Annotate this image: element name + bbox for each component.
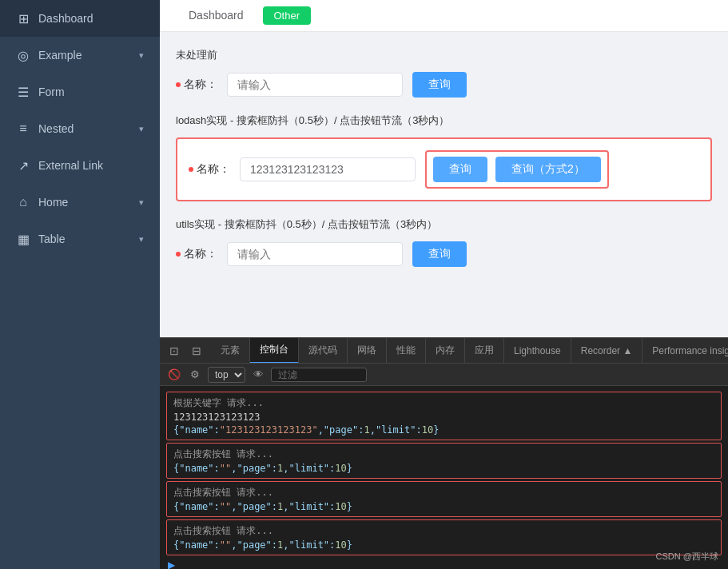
section1-title: 未处理前 bbox=[176, 48, 712, 62]
eye-icon[interactable]: 👁 bbox=[250, 368, 266, 380]
console-block-2: 点击搜索按钮 请求... {"name":"","page":1,"limit"… bbox=[166, 481, 722, 517]
section3-label: 名称： bbox=[176, 247, 217, 261]
sidebar-label-table: Table bbox=[38, 233, 65, 245]
sidebar-item-home[interactable]: ⌂ Home ▾ bbox=[0, 184, 160, 221]
section3-query-btn[interactable]: 查询 bbox=[412, 241, 467, 267]
devtools-panel: ⊡ ⊟ 元素 控制台 源代码 网络 性能 内 bbox=[160, 337, 728, 569]
required-dot-2 bbox=[189, 167, 193, 172]
section1-input[interactable] bbox=[227, 73, 403, 97]
devtools-tab-performance-insights[interactable]: Performance insights ▲ bbox=[642, 338, 728, 364]
chevron-down-icon-table: ▾ bbox=[139, 234, 144, 245]
table-icon: ▦ bbox=[16, 232, 30, 246]
section2-form-row: 名称： 查询 查询（方式2） bbox=[189, 150, 699, 189]
devtools-tab-performance[interactable]: 性能 bbox=[387, 338, 426, 364]
required-dot-3 bbox=[176, 252, 181, 257]
watermark: CSDN @西半球 bbox=[656, 551, 718, 563]
section-unprocessed: 未处理前 名称： 查询 bbox=[176, 48, 712, 97]
chevron-down-icon: ▾ bbox=[139, 50, 144, 61]
section1-query-btn[interactable]: 查询 bbox=[412, 72, 467, 97]
devtools-tab-lighthouse[interactable]: Lighthouse bbox=[504, 338, 571, 364]
console-block-1: 点击搜索按钮 请求... {"name":"","page":1,"limit"… bbox=[166, 443, 722, 479]
section-utils: utils实现 - 搜索框防抖（0.5秒）/ 点击按钮节流（3秒内） 名称： 查… bbox=[176, 217, 712, 267]
page-area: 未处理前 名称： 查询 lodash实现 - 搜索框防抖（0.5秒）/ 点击按钮… bbox=[160, 32, 728, 337]
devtools-tab-console[interactable]: 控制台 bbox=[250, 338, 299, 364]
devtools-tab-elements[interactable]: 元素 bbox=[211, 338, 250, 364]
devtools-toolbar: 🚫 ⚙ top 👁 bbox=[160, 364, 728, 386]
section2-title: lodash实现 - 搜索框防抖（0.5秒）/ 点击按钮节流（3秒内） bbox=[176, 113, 712, 128]
devtools-tab-network[interactable]: 网络 bbox=[348, 338, 387, 364]
sidebar-item-table[interactable]: ▦ Table ▾ bbox=[0, 221, 160, 257]
section3-input[interactable] bbox=[227, 242, 403, 266]
console-block-0: 根据关键字 请求... 123123123123123 {"name":"123… bbox=[166, 392, 722, 440]
devtools-console: 根据关键字 请求... 123123123123123 {"name":"123… bbox=[160, 386, 728, 569]
console-block-3: 点击搜索按钮 请求... {"name":"","page":1,"limit"… bbox=[166, 519, 722, 555]
sidebar-item-dashboard[interactable]: ⊞ Dashboard bbox=[0, 0, 160, 37]
devtools-tab-memory[interactable]: 内存 bbox=[426, 338, 465, 364]
top-tabs: Dashboard Other bbox=[160, 0, 728, 32]
devtools-inspect-icon[interactable]: ⊡ bbox=[166, 343, 182, 359]
nested-icon: ≡ bbox=[16, 121, 30, 136]
console-line: 根据关键字 请求... bbox=[173, 396, 714, 411]
section3-form-row: 名称： 查询 bbox=[176, 241, 712, 267]
section-lodash: lodash实现 - 搜索框防抖（0.5秒）/ 点击按钮节流（3秒内） 名称： … bbox=[176, 113, 712, 201]
sidebar-label-home: Home bbox=[38, 196, 68, 209]
console-line: 123123123123123 bbox=[173, 411, 714, 424]
section2-label: 名称： bbox=[189, 162, 230, 177]
console-line: {"name":"123123123123123","page":1,"limi… bbox=[173, 424, 714, 436]
section3-title: utils实现 - 搜索框防抖（0.5秒）/ 点击按钮节流（3秒内） bbox=[176, 217, 712, 232]
external-link-icon: ↗ bbox=[16, 158, 30, 173]
console-line: 点击搜索按钮 请求... bbox=[173, 523, 714, 539]
section2-highlight: 名称： 查询 查询（方式2） bbox=[176, 137, 712, 201]
level-select[interactable]: top bbox=[208, 367, 245, 383]
chevron-down-icon-nested: ▾ bbox=[139, 124, 144, 134]
devtools-tab-sources[interactable]: 源代码 bbox=[299, 338, 348, 364]
devtools-tab-application[interactable]: 应用 bbox=[465, 338, 504, 364]
settings-icon[interactable]: ⚙ bbox=[187, 368, 203, 380]
sidebar-item-external-link[interactable]: ↗ External Link bbox=[0, 147, 160, 184]
devtools-tab-icons: ⊡ ⊟ bbox=[160, 343, 211, 359]
sidebar-label-nested: Nested bbox=[38, 122, 74, 135]
required-dot-1 bbox=[176, 82, 181, 87]
section1-label: 名称： bbox=[176, 78, 217, 92]
sidebar-label-form: Form bbox=[38, 86, 65, 98]
devtools-tabs: ⊡ ⊟ 元素 控制台 源代码 网络 性能 内 bbox=[160, 338, 728, 364]
console-line: 点击搜索按钮 请求... bbox=[173, 447, 714, 462]
sidebar: ⊞ Dashboard ◎ Example ▾ ☰ Form ≡ Nested … bbox=[0, 0, 160, 569]
console-line: {"name":"","page":1,"limit":10} bbox=[173, 462, 714, 475]
sidebar-label-example: Example bbox=[38, 49, 82, 62]
chevron-down-icon-home: ▾ bbox=[139, 197, 144, 208]
sidebar-item-example[interactable]: ◎ Example ▾ bbox=[0, 37, 160, 74]
clear-console-icon[interactable]: 🚫 bbox=[166, 368, 182, 380]
console-arrow[interactable]: ▶ bbox=[165, 559, 178, 569]
console-line: {"name":"","page":1,"limit":10} bbox=[173, 539, 714, 551]
console-line: {"name":"","page":1,"limit":10} bbox=[173, 500, 714, 513]
devtools-tab-recorder[interactable]: Recorder ▲ bbox=[571, 338, 643, 364]
sidebar-label-external-link: External Link bbox=[38, 159, 103, 172]
tab-other-btn[interactable]: Other bbox=[263, 6, 312, 25]
section1-form-row: 名称： 查询 bbox=[176, 72, 712, 97]
sidebar-item-form[interactable]: ☰ Form bbox=[0, 74, 160, 110]
example-icon: ◎ bbox=[16, 48, 30, 62]
main-content: Dashboard Other 未处理前 名称： 查询 loda bbox=[160, 0, 728, 569]
form-icon: ☰ bbox=[16, 85, 30, 99]
devtools-device-icon[interactable]: ⊟ bbox=[189, 343, 205, 359]
sidebar-label-dashboard: Dashboard bbox=[38, 12, 93, 25]
section2-query-btn[interactable]: 查询 bbox=[433, 157, 487, 182]
sidebar-item-nested[interactable]: ≡ Nested ▾ bbox=[0, 110, 160, 147]
filter-input[interactable] bbox=[271, 368, 367, 382]
console-line: 点击搜索按钮 请求... bbox=[173, 485, 714, 500]
section2-query-btn2[interactable]: 查询（方式2） bbox=[495, 157, 601, 182]
section2-input[interactable] bbox=[240, 157, 416, 181]
tab-dashboard[interactable]: Dashboard bbox=[176, 0, 257, 32]
section2-btn-group: 查询 查询（方式2） bbox=[425, 150, 609, 189]
dashboard-icon: ⊞ bbox=[16, 11, 30, 26]
home-icon: ⌂ bbox=[16, 195, 30, 209]
